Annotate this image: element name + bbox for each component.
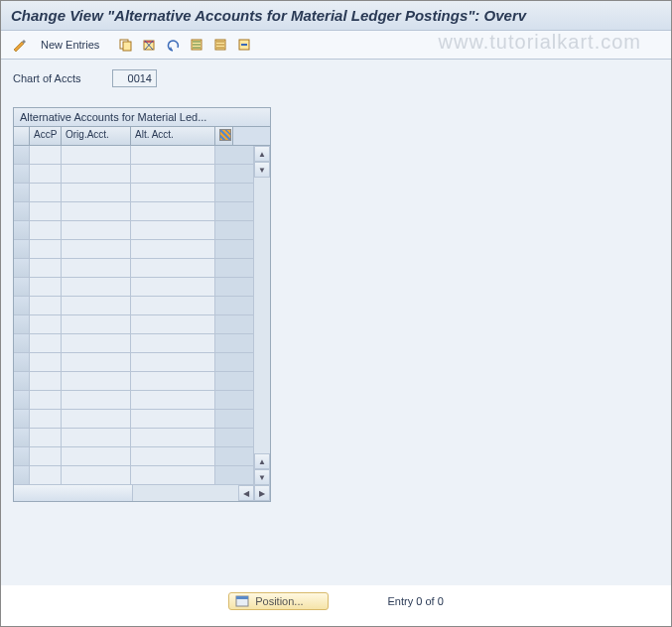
svg-rect-7 [241, 44, 247, 46]
table-rows [14, 146, 253, 485]
scroll-up-icon[interactable]: ▲ [254, 146, 270, 162]
page-title: Change View "Alternative Accounts for Ma… [11, 7, 526, 24]
entry-count: Entry 0 of 0 [388, 595, 444, 607]
svg-rect-9 [236, 596, 248, 599]
table-row[interactable] [14, 240, 253, 259]
table-row[interactable] [14, 165, 253, 184]
copy-as-icon[interactable] [115, 35, 135, 55]
select-all-icon[interactable] [187, 35, 206, 55]
position-button[interactable]: Position... [228, 592, 328, 610]
table-row[interactable] [14, 429, 253, 447]
scroll-right-icon[interactable]: ▶ [254, 485, 270, 501]
table-column-headers: AccP Orig.Acct. Alt. Acct. [14, 127, 270, 146]
select-block-icon[interactable] [210, 35, 230, 55]
delete-icon[interactable] [139, 35, 159, 55]
chart-of-accts-label: Chart of Accts [13, 72, 112, 84]
scroll-down-icon[interactable]: ▼ [254, 162, 270, 178]
table-row[interactable] [14, 259, 253, 278]
table-row[interactable] [14, 315, 253, 334]
table-row[interactable] [14, 447, 253, 466]
table-row[interactable] [14, 334, 253, 353]
table-row[interactable] [14, 391, 253, 410]
table-row[interactable] [14, 202, 253, 221]
position-icon [235, 595, 249, 607]
table-row[interactable] [14, 372, 253, 391]
table-row[interactable] [14, 297, 253, 315]
new-entries-button[interactable]: New Entries [33, 37, 107, 53]
chart-of-accts-row: Chart of Accts [13, 69, 659, 87]
horizontal-scrollbar[interactable]: ◀ ▶ [14, 485, 270, 501]
content-area: Chart of Accts Alternative Accounts for … [1, 60, 671, 585]
table-row[interactable] [14, 466, 253, 485]
table-row[interactable] [14, 146, 253, 165]
deselect-all-icon[interactable] [234, 35, 254, 55]
vertical-scrollbar[interactable]: ▲ ▼ ▲ ▼ [253, 146, 270, 485]
scroll-up2-icon[interactable]: ▲ [254, 453, 270, 469]
col-selector[interactable] [14, 127, 30, 145]
col-orig-acct[interactable]: Orig.Acct. [62, 127, 131, 145]
table-row[interactable] [14, 221, 253, 240]
chart-of-accts-input[interactable] [112, 69, 157, 87]
table-title: Alternative Accounts for Material Led... [14, 108, 270, 127]
scroll-track[interactable] [254, 178, 270, 453]
table-row[interactable] [14, 278, 253, 297]
title-bar: Change View "Alternative Accounts for Ma… [1, 1, 671, 31]
position-label: Position... [255, 595, 303, 607]
svg-rect-1 [123, 42, 131, 51]
ledger-table: Alternative Accounts for Material Led...… [13, 107, 271, 502]
col-accp[interactable]: AccP [30, 127, 62, 145]
footer: Position... Entry 0 of 0 [1, 586, 671, 616]
table-row[interactable] [14, 353, 253, 372]
col-configure-icon[interactable] [215, 127, 233, 145]
table-row[interactable] [14, 184, 253, 202]
table-row[interactable] [14, 410, 253, 429]
toolbar: New Entries [1, 31, 671, 60]
col-alt-acct[interactable]: Alt. Acct. [131, 127, 215, 145]
undo-icon[interactable] [163, 35, 183, 55]
scroll-down2-icon[interactable]: ▼ [254, 469, 270, 485]
scroll-left-icon[interactable]: ◀ [238, 485, 254, 501]
toggle-display-change-icon[interactable] [9, 35, 29, 55]
